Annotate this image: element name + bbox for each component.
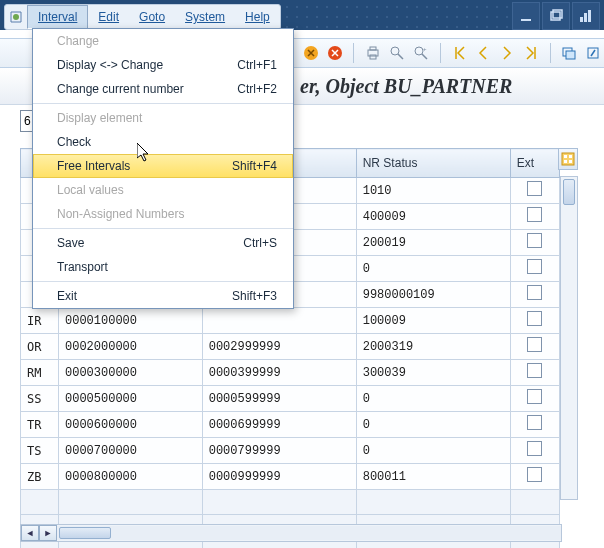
checkbox-icon[interactable] bbox=[527, 363, 542, 378]
cell-to: 0000599999 bbox=[202, 386, 356, 412]
menu-item-free-intervals[interactable]: Free IntervalsShift+F4 bbox=[33, 154, 293, 178]
scroll-right-icon[interactable]: ► bbox=[39, 525, 57, 541]
table-row[interactable]: RM00003000000000399999300039 bbox=[21, 360, 560, 386]
table-row[interactable]: TR000060000000006999990 bbox=[21, 412, 560, 438]
prev-page-icon[interactable] bbox=[472, 42, 494, 64]
cell-ext[interactable] bbox=[510, 282, 559, 308]
cell-ext[interactable] bbox=[510, 204, 559, 230]
minimize-button[interactable] bbox=[512, 2, 540, 30]
hscroll-thumb[interactable] bbox=[59, 527, 111, 539]
menu-item-transport[interactable]: Transport bbox=[33, 255, 293, 279]
scroll-thumb[interactable] bbox=[563, 179, 575, 205]
cell-code: OR bbox=[21, 334, 59, 360]
cancel-icon[interactable] bbox=[324, 42, 346, 64]
new-session-icon[interactable] bbox=[559, 42, 581, 64]
cell-from: 0000700000 bbox=[58, 438, 202, 464]
checkbox-icon[interactable] bbox=[527, 389, 542, 404]
checkbox-icon[interactable] bbox=[527, 285, 542, 300]
menu-goto[interactable]: Goto bbox=[129, 6, 175, 28]
menu-bar[interactable]: Interval Edit Goto System Help bbox=[4, 4, 281, 30]
interval-dropdown[interactable]: Change Display <-> ChangeCtrl+F1 Change … bbox=[32, 28, 294, 309]
menu-item-change: Change bbox=[33, 29, 293, 53]
svg-rect-24 bbox=[569, 160, 572, 163]
checkbox-icon[interactable] bbox=[527, 337, 542, 352]
cell-status: 400009 bbox=[356, 204, 510, 230]
menu-item-change-current-number[interactable]: Change current numberCtrl+F2 bbox=[33, 77, 293, 101]
exit-icon[interactable] bbox=[300, 42, 322, 64]
table-row[interactable]: ZB00008000000000999999800011 bbox=[21, 464, 560, 490]
checkbox-icon[interactable] bbox=[527, 233, 542, 248]
menu-system[interactable]: System bbox=[175, 6, 235, 28]
menu-interval[interactable]: Interval bbox=[27, 5, 88, 29]
cell-from: 0000600000 bbox=[58, 412, 202, 438]
col-ext[interactable]: Ext bbox=[510, 149, 559, 178]
table-row[interactable]: SS000050000000005999990 bbox=[21, 386, 560, 412]
command-field-icon[interactable] bbox=[5, 10, 27, 24]
last-page-icon[interactable] bbox=[520, 42, 542, 64]
cell-code: TS bbox=[21, 438, 59, 464]
restore-button[interactable] bbox=[542, 2, 570, 30]
cell-ext[interactable] bbox=[510, 438, 559, 464]
cell-from: 0000100000 bbox=[58, 308, 202, 334]
svg-rect-5 bbox=[588, 10, 591, 22]
svg-line-15 bbox=[422, 54, 427, 59]
table-config-icon[interactable] bbox=[558, 148, 578, 170]
chart-button[interactable] bbox=[572, 2, 600, 30]
cell-to: 0000699999 bbox=[202, 412, 356, 438]
cell-code: RM bbox=[21, 360, 59, 386]
menu-item-check[interactable]: Check bbox=[33, 130, 293, 154]
find-icon[interactable] bbox=[386, 42, 408, 64]
cell-ext[interactable] bbox=[510, 386, 559, 412]
svg-point-14 bbox=[415, 47, 423, 55]
cell-ext[interactable] bbox=[510, 464, 559, 490]
checkbox-icon[interactable] bbox=[527, 311, 542, 326]
cell-ext[interactable] bbox=[510, 178, 559, 204]
horizontal-scrollbar[interactable]: ◄ ► bbox=[20, 524, 562, 542]
col-nr-status[interactable]: NR Status bbox=[356, 149, 510, 178]
cell-ext[interactable] bbox=[510, 308, 559, 334]
cell-code: SS bbox=[21, 386, 59, 412]
print-icon[interactable] bbox=[362, 42, 384, 64]
svg-line-13 bbox=[398, 54, 403, 59]
cell-ext[interactable] bbox=[510, 230, 559, 256]
table-row[interactable]: IR0000100000100009 bbox=[21, 308, 560, 334]
cell-from: 0000800000 bbox=[58, 464, 202, 490]
first-page-icon[interactable] bbox=[449, 42, 471, 64]
checkbox-icon[interactable] bbox=[527, 467, 542, 482]
cell-ext[interactable] bbox=[510, 256, 559, 282]
svg-rect-22 bbox=[569, 155, 572, 158]
svg-rect-18 bbox=[566, 51, 575, 59]
cell-ext[interactable] bbox=[510, 334, 559, 360]
cell-ext[interactable] bbox=[510, 360, 559, 386]
cell-code: ZB bbox=[21, 464, 59, 490]
cell-status: 300039 bbox=[356, 360, 510, 386]
cell-status: 2000319 bbox=[356, 334, 510, 360]
checkbox-icon[interactable] bbox=[527, 441, 542, 456]
svg-rect-4 bbox=[584, 13, 587, 22]
cell-code: IR bbox=[21, 308, 59, 334]
table-row-empty bbox=[21, 490, 560, 515]
checkbox-icon[interactable] bbox=[527, 259, 542, 274]
svg-rect-0 bbox=[521, 19, 531, 21]
table-row[interactable]: TS000070000000007999990 bbox=[21, 438, 560, 464]
cell-to: 0000999999 bbox=[202, 464, 356, 490]
create-shortcut-icon[interactable] bbox=[582, 42, 604, 64]
menu-item-display-element: Display element bbox=[33, 106, 293, 130]
menu-item-save[interactable]: SaveCtrl+S bbox=[33, 231, 293, 255]
menu-help[interactable]: Help bbox=[235, 6, 280, 28]
checkbox-icon[interactable] bbox=[527, 415, 542, 430]
checkbox-icon[interactable] bbox=[527, 181, 542, 196]
cell-status: 800011 bbox=[356, 464, 510, 490]
table-row[interactable]: OR000200000000029999992000319 bbox=[21, 334, 560, 360]
cell-to: 0000799999 bbox=[202, 438, 356, 464]
menu-item-exit[interactable]: ExitShift+F3 bbox=[33, 284, 293, 308]
checkbox-icon[interactable] bbox=[527, 207, 542, 222]
menu-edit[interactable]: Edit bbox=[88, 6, 129, 28]
cell-ext[interactable] bbox=[510, 412, 559, 438]
menu-item-display-change[interactable]: Display <-> ChangeCtrl+F1 bbox=[33, 53, 293, 77]
next-page-icon[interactable] bbox=[496, 42, 518, 64]
scroll-left-icon[interactable]: ◄ bbox=[21, 525, 39, 541]
find-next-icon[interactable]: + bbox=[410, 42, 432, 64]
cell-to: 0002999999 bbox=[202, 334, 356, 360]
vertical-scrollbar[interactable] bbox=[560, 176, 578, 500]
